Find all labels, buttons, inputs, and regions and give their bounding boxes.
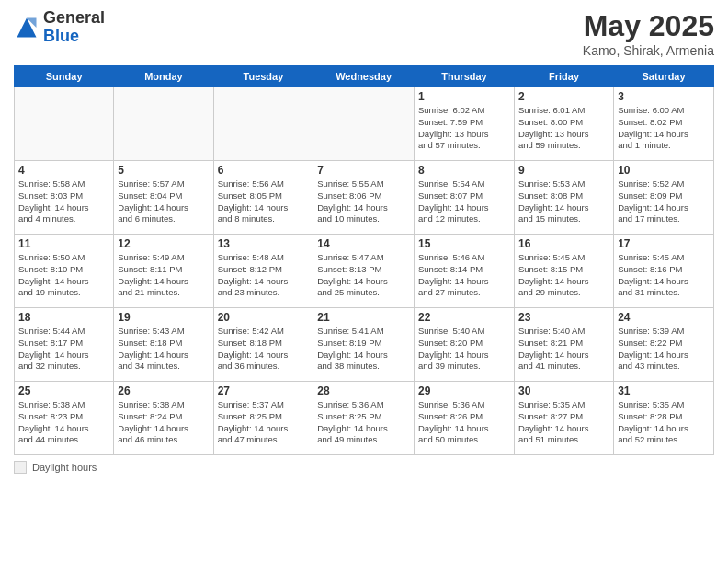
calendar-cell: 24Sunrise: 5:39 AM Sunset: 8:22 PM Dayli… <box>614 308 714 382</box>
day-number: 4 <box>18 164 109 177</box>
day-number: 3 <box>618 90 710 103</box>
day-number: 16 <box>518 237 609 250</box>
calendar-day-header: Thursday <box>414 66 514 87</box>
day-number: 2 <box>518 90 609 103</box>
day-number: 26 <box>118 385 209 397</box>
legend-box <box>14 461 27 474</box>
calendar-cell: 20Sunrise: 5:42 AM Sunset: 8:18 PM Dayli… <box>213 308 313 382</box>
day-info: Sunrise: 5:50 AM Sunset: 8:10 PM Dayligh… <box>18 252 109 299</box>
day-info: Sunrise: 5:38 AM Sunset: 8:24 PM Dayligh… <box>118 399 209 446</box>
day-info: Sunrise: 5:43 AM Sunset: 8:18 PM Dayligh… <box>118 326 209 373</box>
day-number: 20 <box>218 311 310 324</box>
day-number: 10 <box>618 164 710 177</box>
day-number: 7 <box>317 164 410 177</box>
calendar-cell: 21Sunrise: 5:41 AM Sunset: 8:19 PM Dayli… <box>313 308 415 382</box>
calendar-cell: 30Sunrise: 5:35 AM Sunset: 8:27 PM Dayli… <box>514 382 613 455</box>
calendar-cell: 6Sunrise: 5:56 AM Sunset: 8:05 PM Daylig… <box>213 161 313 235</box>
day-info: Sunrise: 5:41 AM Sunset: 8:19 PM Dayligh… <box>317 326 410 373</box>
calendar-cell: 17Sunrise: 5:45 AM Sunset: 8:16 PM Dayli… <box>614 235 714 308</box>
day-number: 21 <box>317 311 410 324</box>
page: General Blue May 2025 Kamo, Shirak, Arme… <box>0 0 728 563</box>
calendar-week-row: 25Sunrise: 5:38 AM Sunset: 8:23 PM Dayli… <box>15 382 714 455</box>
day-info: Sunrise: 5:38 AM Sunset: 8:23 PM Dayligh… <box>18 399 109 446</box>
day-number: 18 <box>18 311 109 324</box>
day-number: 11 <box>18 237 109 250</box>
day-info: Sunrise: 5:36 AM Sunset: 8:25 PM Dayligh… <box>317 399 410 446</box>
day-info: Sunrise: 5:45 AM Sunset: 8:16 PM Dayligh… <box>618 252 710 299</box>
calendar-cell: 27Sunrise: 5:37 AM Sunset: 8:25 PM Dayli… <box>213 382 313 455</box>
day-number: 17 <box>618 237 710 250</box>
day-number: 19 <box>118 311 209 324</box>
day-number: 6 <box>218 164 310 177</box>
day-info: Sunrise: 5:49 AM Sunset: 8:11 PM Dayligh… <box>118 252 209 299</box>
calendar-week-row: 4Sunrise: 5:58 AM Sunset: 8:03 PM Daylig… <box>15 161 714 235</box>
calendar-cell: 4Sunrise: 5:58 AM Sunset: 8:03 PM Daylig… <box>15 161 114 235</box>
calendar-cell <box>213 87 313 161</box>
logo-icon <box>14 15 40 40</box>
day-number: 14 <box>317 237 410 250</box>
legend-text: Daylight hours <box>32 462 97 473</box>
calendar-cell: 15Sunrise: 5:46 AM Sunset: 8:14 PM Dayli… <box>414 235 514 308</box>
calendar-day-header: Monday <box>114 66 213 87</box>
day-info: Sunrise: 5:46 AM Sunset: 8:14 PM Dayligh… <box>418 252 510 299</box>
day-info: Sunrise: 5:53 AM Sunset: 8:08 PM Dayligh… <box>518 178 609 225</box>
logo: General Blue <box>14 9 105 46</box>
day-number: 27 <box>218 385 310 397</box>
day-info: Sunrise: 5:55 AM Sunset: 8:06 PM Dayligh… <box>317 178 410 225</box>
day-info: Sunrise: 5:56 AM Sunset: 8:05 PM Dayligh… <box>218 178 310 225</box>
legend: Daylight hours <box>14 461 714 474</box>
calendar-cell: 12Sunrise: 5:49 AM Sunset: 8:11 PM Dayli… <box>114 235 213 308</box>
month-title: May 2025 <box>583 9 714 43</box>
calendar-header-row: SundayMondayTuesdayWednesdayThursdayFrid… <box>15 66 714 87</box>
day-info: Sunrise: 5:36 AM Sunset: 8:26 PM Dayligh… <box>418 399 510 446</box>
day-number: 28 <box>317 385 410 397</box>
calendar-week-row: 18Sunrise: 5:44 AM Sunset: 8:17 PM Dayli… <box>15 308 714 382</box>
day-number: 30 <box>518 385 609 397</box>
calendar-cell: 13Sunrise: 5:48 AM Sunset: 8:12 PM Dayli… <box>213 235 313 308</box>
day-number: 12 <box>118 237 209 250</box>
day-info: Sunrise: 5:58 AM Sunset: 8:03 PM Dayligh… <box>18 178 109 225</box>
calendar-cell: 11Sunrise: 5:50 AM Sunset: 8:10 PM Dayli… <box>15 235 114 308</box>
calendar-cell: 26Sunrise: 5:38 AM Sunset: 8:24 PM Dayli… <box>114 382 213 455</box>
day-info: Sunrise: 5:48 AM Sunset: 8:12 PM Dayligh… <box>218 252 310 299</box>
calendar-cell: 8Sunrise: 5:54 AM Sunset: 8:07 PM Daylig… <box>414 161 514 235</box>
calendar-day-header: Saturday <box>614 66 714 87</box>
calendar-cell: 18Sunrise: 5:44 AM Sunset: 8:17 PM Dayli… <box>15 308 114 382</box>
logo-blue-text: Blue <box>43 28 105 46</box>
day-number: 23 <box>518 311 609 324</box>
day-info: Sunrise: 5:52 AM Sunset: 8:09 PM Dayligh… <box>618 178 710 225</box>
day-info: Sunrise: 5:47 AM Sunset: 8:13 PM Dayligh… <box>317 252 410 299</box>
day-info: Sunrise: 5:37 AM Sunset: 8:25 PM Dayligh… <box>218 399 310 446</box>
calendar-cell: 22Sunrise: 5:40 AM Sunset: 8:20 PM Dayli… <box>414 308 514 382</box>
calendar-cell: 5Sunrise: 5:57 AM Sunset: 8:04 PM Daylig… <box>114 161 213 235</box>
logo-general-text: General <box>43 9 105 28</box>
day-number: 15 <box>418 237 510 250</box>
day-number: 8 <box>418 164 510 177</box>
calendar-week-row: 11Sunrise: 5:50 AM Sunset: 8:10 PM Dayli… <box>15 235 714 308</box>
calendar-day-header: Wednesday <box>313 66 415 87</box>
day-info: Sunrise: 5:40 AM Sunset: 8:21 PM Dayligh… <box>518 326 609 373</box>
calendar-day-header: Friday <box>514 66 613 87</box>
calendar-cell: 7Sunrise: 5:55 AM Sunset: 8:06 PM Daylig… <box>313 161 415 235</box>
day-number: 25 <box>18 385 109 397</box>
day-info: Sunrise: 5:57 AM Sunset: 8:04 PM Dayligh… <box>118 178 209 225</box>
calendar-cell <box>114 87 213 161</box>
day-info: Sunrise: 5:54 AM Sunset: 8:07 PM Dayligh… <box>418 178 510 225</box>
calendar-week-row: 1Sunrise: 6:02 AM Sunset: 7:59 PM Daylig… <box>15 87 714 161</box>
day-info: Sunrise: 6:00 AM Sunset: 8:02 PM Dayligh… <box>618 105 710 152</box>
day-info: Sunrise: 5:35 AM Sunset: 8:28 PM Dayligh… <box>618 399 710 446</box>
calendar-cell: 3Sunrise: 6:00 AM Sunset: 8:02 PM Daylig… <box>614 87 714 161</box>
calendar-cell: 25Sunrise: 5:38 AM Sunset: 8:23 PM Dayli… <box>15 382 114 455</box>
calendar-cell: 19Sunrise: 5:43 AM Sunset: 8:18 PM Dayli… <box>114 308 213 382</box>
day-info: Sunrise: 5:45 AM Sunset: 8:15 PM Dayligh… <box>518 252 609 299</box>
header: General Blue May 2025 Kamo, Shirak, Arme… <box>14 9 714 58</box>
logo-text: General Blue <box>43 9 105 46</box>
calendar-cell: 23Sunrise: 5:40 AM Sunset: 8:21 PM Dayli… <box>514 308 613 382</box>
calendar-cell <box>313 87 415 161</box>
day-info: Sunrise: 5:44 AM Sunset: 8:17 PM Dayligh… <box>18 326 109 373</box>
day-info: Sunrise: 5:39 AM Sunset: 8:22 PM Dayligh… <box>618 326 710 373</box>
calendar-cell: 16Sunrise: 5:45 AM Sunset: 8:15 PM Dayli… <box>514 235 613 308</box>
calendar-cell: 2Sunrise: 6:01 AM Sunset: 8:00 PM Daylig… <box>514 87 613 161</box>
day-info: Sunrise: 5:42 AM Sunset: 8:18 PM Dayligh… <box>218 326 310 373</box>
day-number: 9 <box>518 164 609 177</box>
